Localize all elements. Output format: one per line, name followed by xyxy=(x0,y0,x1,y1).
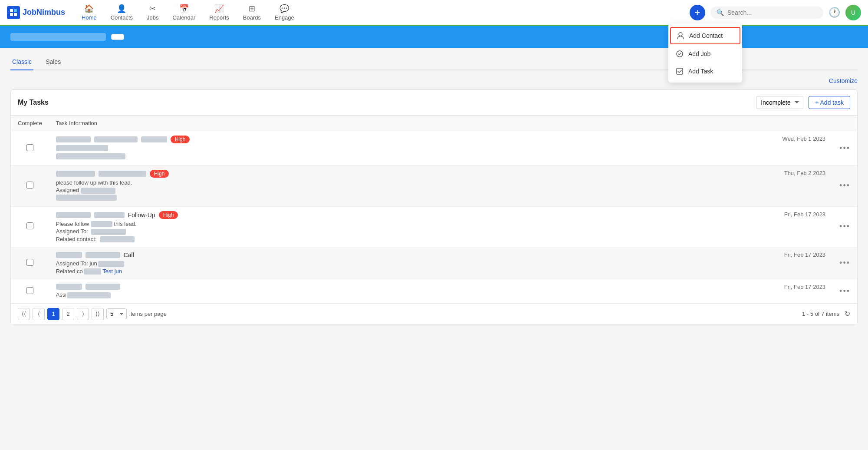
dropdown-menu: Add Contact Add Job Add Task xyxy=(668,23,742,83)
task-checkbox[interactable] xyxy=(26,259,33,266)
add-job-item[interactable]: Add Job xyxy=(668,45,742,63)
task-name-blurred xyxy=(85,284,120,290)
nav-label-jobs: Jobs xyxy=(147,14,158,21)
next-page-button[interactable]: ⟩ xyxy=(77,308,89,320)
task-sub1: Please follow this lead. xyxy=(56,221,756,228)
items-per-page-label: items per page xyxy=(129,311,167,317)
task-type-label: Call xyxy=(124,251,134,258)
banner-blurred-text xyxy=(10,33,106,41)
task-contact-link[interactable]: Test jun xyxy=(102,268,122,275)
task-name-blurred xyxy=(94,212,125,218)
task-link[interactable] xyxy=(56,212,91,218)
svg-rect-1 xyxy=(10,13,13,16)
task-name-blurred xyxy=(94,136,138,142)
nav-item-jobs[interactable]: ✂ Jobs xyxy=(141,0,164,24)
task-checkbox[interactable] xyxy=(26,182,33,189)
nav-right: + 🔍 🕐 U xyxy=(690,5,861,20)
task-sub2: Assigned xyxy=(56,187,756,194)
more-options-button[interactable]: ••• xyxy=(839,144,850,152)
history-icon[interactable]: 🕐 xyxy=(829,7,840,18)
pagination-right: 1 - 5 of 7 items ↻ xyxy=(802,310,850,318)
items-range-label: 1 - 5 of 7 items xyxy=(802,311,839,317)
tab-sales[interactable]: Sales xyxy=(44,55,62,70)
task-checkbox[interactable] xyxy=(26,222,33,229)
task-sub1: Assigned To: jun xyxy=(56,260,756,267)
task-checkbox[interactable] xyxy=(26,287,33,294)
task-name-line: Call xyxy=(56,251,756,258)
nav-item-boards[interactable]: ⊞ Boards xyxy=(237,0,267,24)
more-options-button[interactable]: ••• xyxy=(839,222,850,231)
svg-rect-2 xyxy=(14,9,17,12)
main-content: Classic Sales Customize My Tasks Incompl… xyxy=(0,48,868,332)
task-info-cell: High please follow up with this lead. As… xyxy=(49,165,763,207)
more-options-button[interactable]: ••• xyxy=(839,258,850,267)
page-2-button[interactable]: 2 xyxy=(62,308,74,320)
more-options-button[interactable]: ••• xyxy=(839,181,850,190)
svg-rect-0 xyxy=(10,9,13,12)
high-badge: High xyxy=(159,211,178,219)
col-actions xyxy=(832,116,857,131)
contacts-icon: 👤 xyxy=(117,4,126,13)
first-page-button[interactable]: ⟨⟨ xyxy=(18,308,30,320)
prev-page-button[interactable]: ⟨ xyxy=(33,308,45,320)
add-task-button[interactable]: + Add task xyxy=(809,96,850,109)
plus-icon: + xyxy=(695,8,700,17)
nav-label-reports: Reports xyxy=(209,14,229,21)
engage-icon: 💬 xyxy=(279,4,289,13)
page-controls: ⟨⟨ ⟨ 1 2 ⟩ ⟩⟩ 5 10 25 50 items per page xyxy=(18,308,167,320)
status-select[interactable]: Incomplete Complete All xyxy=(756,96,803,109)
task-link[interactable] xyxy=(56,171,95,177)
task-name-line: High xyxy=(56,170,756,178)
nav-label-engage: Engage xyxy=(275,14,294,21)
task-date: Fri, Feb 17 2023 xyxy=(763,247,832,279)
task-date: Wed, Feb 1 2023 xyxy=(763,131,832,165)
logo[interactable]: JobNimbus xyxy=(7,6,65,19)
task-date: Fri, Feb 17 2023 xyxy=(763,206,832,247)
task-sub1: please follow up with this lead. xyxy=(56,179,756,186)
calendar-icon: 📅 xyxy=(179,4,189,13)
task-checkbox[interactable] xyxy=(26,144,33,151)
banner-button[interactable] xyxy=(111,34,124,40)
blurred-inline xyxy=(67,292,111,298)
task-date: Fri, Feb 17 2023 xyxy=(763,279,832,303)
task-info-cell: High xyxy=(49,131,763,165)
nav-item-home[interactable]: 🏠 Home xyxy=(76,0,103,24)
task-link[interactable] xyxy=(56,252,82,258)
reports-icon: 📈 xyxy=(214,4,224,13)
nav-label-contacts: Contacts xyxy=(111,14,133,21)
svg-rect-3 xyxy=(14,13,17,16)
task-name-blurred xyxy=(85,252,120,258)
nav-item-reports[interactable]: 📈 Reports xyxy=(203,0,235,24)
nav-item-engage[interactable]: 💬 Engage xyxy=(269,0,300,24)
task-link[interactable] xyxy=(56,284,82,290)
col-task-info: Task Information xyxy=(49,116,763,131)
nav-item-contacts[interactable]: 👤 Contacts xyxy=(105,0,139,24)
table-row: High please follow up with this lead. As… xyxy=(11,165,857,207)
table-row: Call Assigned To: jun Related co Test ju… xyxy=(11,247,857,279)
blurred-inline xyxy=(91,221,112,227)
nav-label-home: Home xyxy=(82,14,97,21)
tab-classic[interactable]: Classic xyxy=(10,55,33,70)
task-sub1: Assi xyxy=(56,291,756,298)
last-page-button[interactable]: ⟩⟩ xyxy=(92,308,104,320)
avatar[interactable]: U xyxy=(845,5,861,20)
search-input[interactable] xyxy=(727,9,817,16)
add-contact-item[interactable]: Add Contact xyxy=(670,27,740,44)
page-1-button[interactable]: 1 xyxy=(47,308,59,320)
per-page-select[interactable]: 5 10 25 50 xyxy=(106,308,127,319)
nav-label-calendar: Calendar xyxy=(172,14,195,21)
task-sub1 xyxy=(56,145,756,152)
refresh-icon[interactable]: ↻ xyxy=(845,310,850,318)
nav-item-calendar[interactable]: 📅 Calendar xyxy=(166,0,201,24)
table-row: High Wed, Feb 1 2023 ••• xyxy=(11,131,857,165)
svg-rect-6 xyxy=(677,68,683,74)
add-button[interactable]: + xyxy=(690,5,705,20)
add-task-item[interactable]: Add Task xyxy=(668,63,742,80)
tasks-title: My Tasks xyxy=(18,99,49,106)
boards-icon: ⊞ xyxy=(249,4,255,13)
task-link[interactable] xyxy=(56,136,91,142)
task-assigned-blurred xyxy=(81,188,115,194)
task-name-line xyxy=(56,284,756,290)
blurred-inline xyxy=(84,268,101,275)
more-options-button[interactable]: ••• xyxy=(839,287,850,295)
